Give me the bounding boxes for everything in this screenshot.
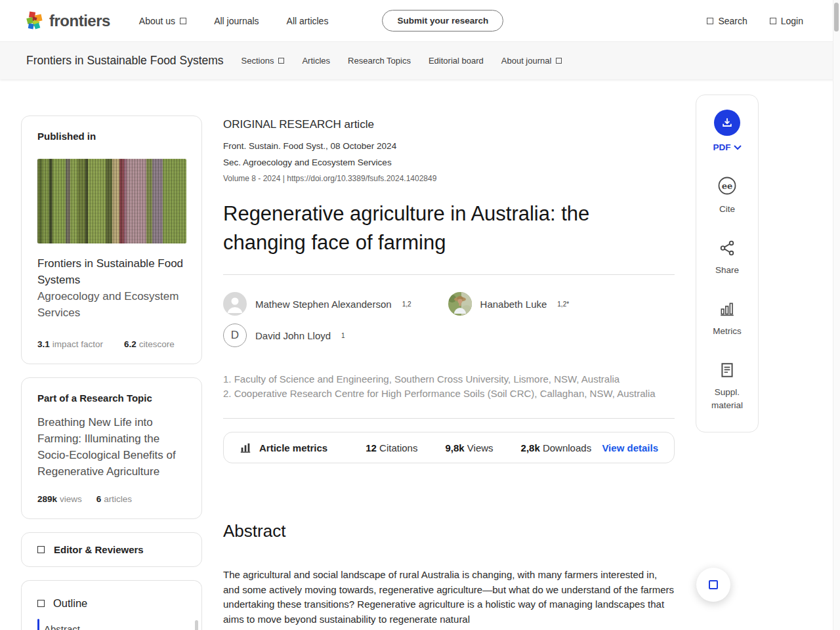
- caret-square-icon: [180, 18, 186, 24]
- blue-square-icon: [709, 580, 718, 589]
- article-metrics-bar: Article metrics 12 Citations 9,8k Views …: [223, 432, 675, 463]
- citation-line: Front. Sustain. Food Syst., 08 October 2…: [223, 141, 675, 151]
- nav-all-journals[interactable]: All journals: [214, 16, 259, 26]
- author-avatar-photo: [448, 292, 472, 316]
- cite-quote-icon: ee: [717, 176, 737, 196]
- impact-factor-stat: 3.1impact factor: [37, 339, 103, 349]
- doi-link[interactable]: https://doi.org/10.3389/fsufs.2024.14028…: [287, 174, 436, 183]
- outline-scrollbar[interactable]: [195, 620, 198, 630]
- published-section-label: Agroecology and Ecosystem Services: [37, 288, 186, 321]
- pdf-download-button[interactable]: [714, 110, 740, 136]
- active-section-marker: [37, 619, 39, 630]
- left-sidebar: Published in Frontiers in Sustainable Fo…: [21, 116, 202, 630]
- caret-square-icon: [278, 58, 284, 64]
- published-in-heading: Published in: [37, 131, 186, 142]
- article-type-label: ORIGINAL RESEARCH article: [223, 116, 675, 131]
- nav-about-us[interactable]: About us: [139, 16, 186, 26]
- editor-reviewers-button[interactable]: Editor & Reviewers: [21, 532, 202, 567]
- published-in-card: Published in Frontiers in Sustainable Fo…: [21, 116, 202, 364]
- author-alexanderson[interactable]: Mathew Stephen Alexanderson1,2: [223, 292, 411, 316]
- scrollbar-thumb[interactable]: [834, 3, 839, 32]
- divider: [223, 418, 675, 419]
- bar-chart-icon: [719, 301, 736, 318]
- journal-nav-research-topics[interactable]: Research Topics: [348, 56, 411, 66]
- metrics-label: Article metrics: [259, 442, 327, 453]
- bar-chart-icon: [240, 442, 251, 453]
- search-icon: [707, 18, 713, 24]
- topic-articles-stat: 6articles: [96, 494, 132, 504]
- people-icon: [37, 546, 45, 553]
- frontiers-logo-mark-icon: [26, 11, 44, 30]
- research-topic-link[interactable]: Breathing New Life into Farming: Illumin…: [37, 414, 186, 480]
- divider: [223, 274, 675, 275]
- section-line: Sec. Agroecology and Ecosystem Services: [223, 158, 675, 167]
- citations-metric: 12 Citations: [366, 442, 417, 453]
- user-icon: [770, 18, 776, 24]
- caret-square-icon: [556, 58, 562, 64]
- frontiers-logo[interactable]: frontiers: [26, 11, 110, 30]
- journal-nav-about-journal[interactable]: About journal: [501, 56, 562, 66]
- journal-nav-editorial-board[interactable]: Editorial board: [429, 56, 484, 66]
- metrics-button[interactable]: Metrics: [713, 301, 742, 338]
- article-title: Regenerative agriculture in Australia: t…: [223, 200, 675, 257]
- affiliations: 1. Faculty of Science and Engineering, S…: [223, 372, 675, 401]
- share-button[interactable]: Share: [715, 240, 739, 277]
- window-scrollbar[interactable]: [833, 0, 840, 630]
- pdf-menu-button[interactable]: PDF: [713, 142, 742, 152]
- abstract-heading: Abstract: [223, 521, 675, 541]
- views-metric: 9,8k Views: [445, 442, 493, 453]
- affiliation-1: 1. Faculty of Science and Engineering, S…: [223, 372, 675, 387]
- top-navigation: frontiers About us All journals All arti…: [0, 0, 840, 42]
- volume-doi-line: Volume 8 - 2024 | https://doi.org/10.338…: [223, 174, 675, 183]
- journal-cover-image[interactable]: [37, 159, 186, 243]
- abstract-text: The agricultural and social landscape of…: [223, 568, 675, 627]
- research-topic-card: Part of a Research Topic Breathing New L…: [21, 377, 202, 519]
- research-topic-heading: Part of a Research Topic: [37, 392, 186, 404]
- journal-nav-articles[interactable]: Articles: [302, 56, 330, 66]
- logo-wordmark: frontiers: [49, 12, 110, 30]
- author-avatar-initial: D: [223, 324, 247, 347]
- feedback-floating-button[interactable]: [696, 568, 730, 602]
- download-icon: [721, 116, 734, 129]
- cite-button[interactable]: ee Cite: [717, 176, 737, 216]
- svg-text:ee: ee: [722, 181, 733, 191]
- share-nodes-icon: [719, 240, 736, 257]
- view-details-link[interactable]: View details: [602, 442, 658, 453]
- author-luke[interactable]: Hanabeth Luke1,2*: [448, 292, 570, 316]
- document-lines-icon: [719, 362, 736, 379]
- journal-home-link[interactable]: Frontiers in Sustainable Food Systems: [26, 54, 224, 68]
- affiliation-2: 2. Cooperative Research Centre for High …: [223, 387, 675, 401]
- author-list: Mathew Stephen Alexanderson1,2: [223, 292, 675, 347]
- journal-navigation: Frontiers in Sustainable Food Systems Se…: [0, 42, 840, 79]
- outline-item-abstract[interactable]: Abstract: [22, 619, 201, 630]
- topic-views-stat: 289kviews: [37, 494, 82, 504]
- login-button[interactable]: Login: [770, 16, 803, 26]
- supplementary-material-button[interactable]: Suppl.material: [711, 362, 743, 412]
- article-toolbar: PDF ee Cite Share Metrics: [696, 94, 759, 432]
- submit-research-button[interactable]: Submit your research: [382, 10, 503, 32]
- author-lloyd[interactable]: D David John Lloyd1: [223, 324, 345, 347]
- downloads-metric: 2,8k Downloads: [521, 442, 592, 453]
- author-avatar-silhouette-icon: [223, 292, 247, 316]
- citescore-stat: 6.2citescore: [124, 339, 175, 349]
- search-button[interactable]: Search: [707, 16, 747, 26]
- outline-toggle[interactable]: Outline: [22, 581, 201, 619]
- outline-card: Outline Abstract: [21, 580, 202, 630]
- chevron-down-icon: [734, 145, 742, 150]
- published-journal-link[interactable]: Frontiers in Sustainable Food Systems: [37, 255, 186, 288]
- article-main: ORIGINAL RESEARCH article Front. Sustain…: [223, 116, 675, 627]
- nav-all-articles[interactable]: All articles: [287, 16, 329, 26]
- list-icon: [37, 600, 45, 607]
- journal-nav-sections[interactable]: Sections: [242, 56, 285, 66]
